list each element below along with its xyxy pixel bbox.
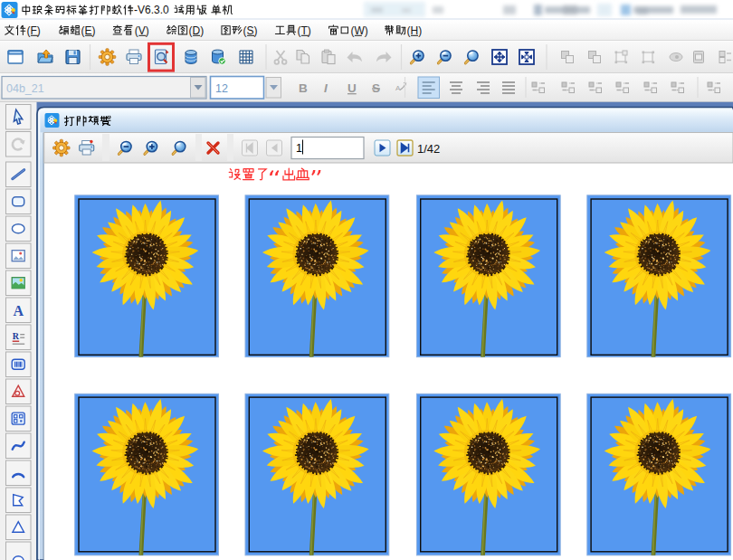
svg-text:(F): (F) [26,24,40,37]
svg-text:(H): (H) [407,24,423,37]
svg-text:1: 1 [296,142,302,155]
svg-text:I: I [324,81,328,95]
svg-text:04b_21: 04b_21 [6,82,44,95]
svg-text:A: A [13,303,24,318]
svg-text:S: S [372,81,380,95]
svg-text:(D): (D) [189,24,205,37]
svg-text:1/42: 1/42 [417,142,440,156]
svg-text:-V6.3.0: -V6.3.0 [134,4,169,16]
svg-text:A: A [395,84,401,92]
svg-text:12: 12 [215,82,228,95]
svg-text:U: U [347,81,357,95]
svg-text:R: R [13,331,20,341]
svg-text:(W): (W) [350,24,367,37]
svg-text:(T): (T) [297,24,310,37]
svg-text:B: B [299,81,308,95]
svg-text:(E): (E) [81,24,96,37]
svg-text:(S): (S) [243,24,258,37]
svg-text:(V): (V) [135,24,149,37]
